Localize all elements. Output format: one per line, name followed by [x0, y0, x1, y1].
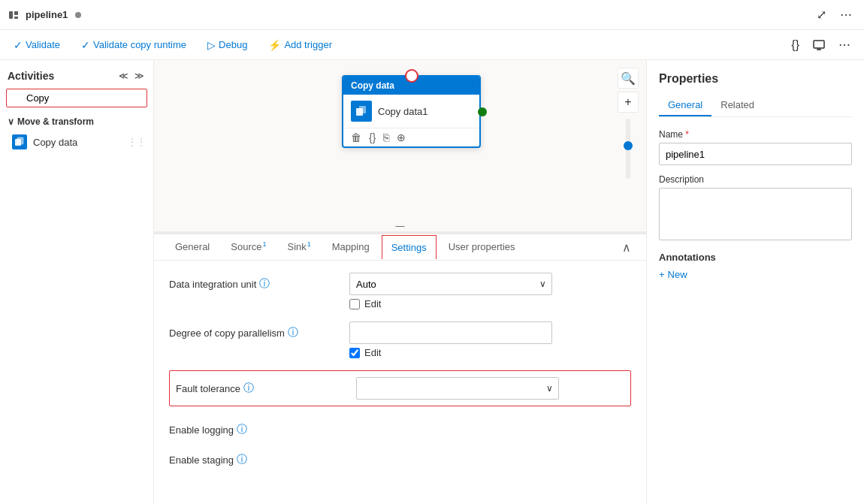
enable-logging-info-icon[interactable]: ⓘ — [237, 423, 247, 436]
unsaved-indicator — [75, 12, 81, 18]
canvas-area: Copy data Copy data1 🗑 {} ⎘ ⊕ — [154, 60, 646, 233]
properties-tabs: General Related — [659, 95, 852, 117]
new-annotation-label: New — [668, 269, 687, 280]
svg-rect-0 — [9, 11, 13, 19]
name-required-star: * — [685, 129, 689, 140]
enable-staging-row: Enable staging ⓘ — [169, 448, 631, 466]
toolbar-right-actions: {} ⋯ — [787, 35, 855, 55]
activities-sidebar: Activities ≪ ≫ 🔍 ∨ Move & transform — [0, 60, 154, 504]
enable-logging-row: Enable logging ⓘ — [169, 418, 631, 436]
copy-data-icon — [12, 134, 27, 149]
sidebar-collapse-icon[interactable]: ≫ — [133, 69, 146, 83]
main-layout: Activities ≪ ≫ 🔍 ∨ Move & transform — [0, 60, 864, 504]
fault-tolerance-info-icon[interactable]: ⓘ — [243, 382, 254, 395]
data-integration-select[interactable]: Auto 2 4 8 — [349, 273, 552, 295]
search-input[interactable] — [6, 89, 147, 107]
toolbar-more-button[interactable]: ⋯ — [834, 35, 855, 55]
tab-general[interactable]: General — [166, 235, 219, 260]
panel-collapse-handle[interactable]: — — [396, 221, 405, 231]
annotations-label: Annotations — [659, 252, 852, 263]
enable-staging-info-icon[interactable]: ⓘ — [237, 453, 247, 466]
annotations-section: Annotations + New — [659, 252, 852, 280]
prop-tab-general[interactable]: General — [659, 95, 711, 116]
pipeline-icon — [8, 8, 21, 22]
node-connect-top — [405, 69, 418, 83]
category-label: Move & transform — [17, 116, 94, 127]
edit-checkbox-2-row: Edit — [349, 347, 631, 358]
more-options-button[interactable]: ⋯ — [835, 5, 856, 25]
tab-sink[interactable]: Sink1 — [278, 234, 319, 260]
copy-data-node[interactable]: Copy data Copy data1 🗑 {} ⎘ ⊕ — [342, 75, 481, 148]
zoom-plus-button[interactable]: + — [618, 92, 639, 113]
zoom-controls: 🔍 + — [618, 68, 639, 182]
node-delete-icon[interactable]: 🗑 — [351, 131, 361, 143]
edit-checkbox-1[interactable] — [349, 299, 360, 309]
name-field: Name * — [659, 129, 852, 165]
description-textarea[interactable] — [659, 188, 852, 240]
copy-data-activity[interactable]: Copy data ⋮⋮ — [0, 130, 153, 154]
data-integration-label: Data integration unit ⓘ — [169, 273, 334, 291]
fault-tolerance-select[interactable] — [356, 377, 559, 400]
monitor-button[interactable] — [808, 35, 829, 55]
degree-parallelism-row: Degree of copy parallelism ⓘ Edit — [169, 321, 631, 358]
sidebar-expand-icon[interactable]: ≪ — [117, 69, 130, 83]
data-integration-row: Data integration unit ⓘ Auto 2 4 8 ∨ — [169, 273, 631, 309]
sidebar-title: Activities — [8, 70, 54, 82]
svg-rect-2 — [14, 17, 18, 19]
description-label: Description — [659, 174, 852, 185]
copy-data-label: Copy data — [33, 137, 77, 148]
validate-copy-check-icon: ✓ — [81, 39, 90, 51]
node-copy-icon[interactable]: ⎘ — [383, 131, 389, 143]
tab-source[interactable]: Source1 — [222, 234, 275, 260]
node-body-icon — [351, 101, 372, 122]
zoom-search-button[interactable]: 🔍 — [618, 68, 639, 89]
pipeline-name: pipeline1 — [26, 9, 68, 20]
data-integration-controls: Auto 2 4 8 ∨ Edit — [349, 273, 631, 309]
panel-close-button[interactable]: ∧ — [619, 237, 634, 258]
trigger-lightning-icon: ⚡ — [268, 39, 281, 51]
edit-checkbox-2[interactable] — [349, 348, 360, 358]
svg-rect-5 — [17, 137, 23, 144]
node-body-label: Copy data1 — [378, 106, 428, 117]
degree-parallelism-input[interactable] — [349, 321, 552, 344]
degree-parallelism-controls: Edit — [349, 321, 631, 358]
bottom-tabs: General Source1 Sink1 Mapping Settings U… — [154, 234, 646, 261]
description-field: Description — [659, 174, 852, 243]
validate-copy-runtime-button[interactable]: ✓ Validate copy runtime — [77, 36, 191, 54]
name-input[interactable] — [659, 143, 852, 165]
data-integration-info-icon[interactable]: ⓘ — [259, 277, 270, 291]
properties-panel: Properties General Related Name * Descri… — [646, 60, 864, 504]
settings-content: Data integration unit ⓘ Auto 2 4 8 ∨ — [154, 261, 646, 490]
add-annotation-button[interactable]: + New — [659, 269, 687, 280]
pipeline-title-area: pipeline1 — [8, 8, 81, 22]
top-bar: pipeline1 ⤢ ⋯ — [0, 0, 864, 30]
tab-settings[interactable]: Settings — [382, 235, 437, 259]
svg-rect-3 — [814, 41, 824, 48]
svg-rect-1 — [14, 11, 18, 15]
node-add-icon[interactable]: ⊕ — [397, 131, 406, 143]
debug-button[interactable]: ▷ Debug — [203, 36, 252, 54]
category-move-transform[interactable]: ∨ Move & transform — [0, 113, 153, 130]
validate-button[interactable]: ✓ Validate — [9, 36, 65, 54]
name-label: Name * — [659, 129, 852, 140]
add-trigger-button[interactable]: ⚡ Add trigger — [264, 36, 337, 54]
prop-tab-related[interactable]: Related — [711, 95, 763, 116]
fault-tolerance-row: Fault tolerance ⓘ ∨ — [169, 370, 631, 406]
canvas-bottom-container: Copy data Copy data1 🗑 {} ⎘ ⊕ — [154, 60, 646, 504]
enable-logging-label: Enable logging ⓘ — [169, 418, 334, 436]
tab-mapping[interactable]: Mapping — [323, 235, 379, 260]
fault-tolerance-controls: ∨ — [356, 377, 624, 400]
bottom-panel: General Source1 Sink1 Mapping Settings U… — [154, 233, 646, 504]
edit-checkbox-1-row: Edit — [349, 298, 631, 309]
search-box-wrapper: 🔍 — [0, 89, 153, 113]
zoom-slider[interactable] — [626, 119, 630, 179]
tab-user-properties[interactable]: User properties — [440, 235, 524, 260]
code-view-button[interactable]: {} — [787, 35, 804, 55]
expand-button[interactable]: ⤢ — [812, 5, 831, 25]
data-integration-select-wrapper: Auto 2 4 8 ∨ — [349, 273, 552, 295]
degree-parallelism-info-icon[interactable]: ⓘ — [288, 326, 298, 340]
node-code-icon[interactable]: {} — [369, 131, 376, 143]
sidebar-header: Activities ≪ ≫ — [0, 66, 153, 89]
fault-tolerance-select-wrapper: ∨ — [356, 377, 559, 400]
plus-icon: + — [659, 269, 665, 280]
